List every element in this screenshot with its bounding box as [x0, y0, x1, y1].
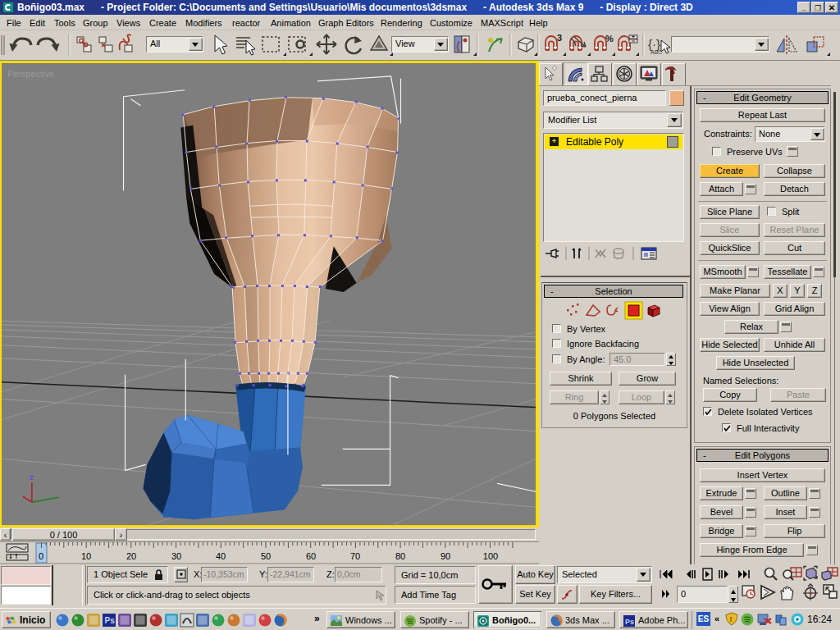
svg-text:80: 80 — [395, 551, 405, 561]
svg-text:Ps: Ps — [625, 618, 634, 626]
svg-text:40: 40 — [216, 551, 226, 561]
svg-text:20: 20 — [126, 551, 136, 561]
svg-text:%: % — [605, 34, 614, 43]
svg-text:100: 100 — [483, 551, 498, 561]
svg-text:90: 90 — [441, 551, 450, 561]
svg-text:z: z — [30, 472, 34, 482]
svg-text:0: 0 — [39, 551, 43, 561]
svg-text:10: 10 — [81, 551, 91, 561]
svg-text:Ps: Ps — [105, 616, 116, 625]
svg-text:70: 70 — [350, 551, 360, 561]
svg-text:60: 60 — [306, 551, 316, 561]
svg-text:30: 30 — [171, 551, 181, 561]
svg-text:50: 50 — [261, 551, 271, 561]
svg-text:!: ! — [730, 615, 733, 623]
svg-text:ABC: ABC — [651, 49, 662, 55]
svg-text:3: 3 — [557, 33, 562, 43]
svg-text:Perspective: Perspective — [7, 69, 54, 79]
